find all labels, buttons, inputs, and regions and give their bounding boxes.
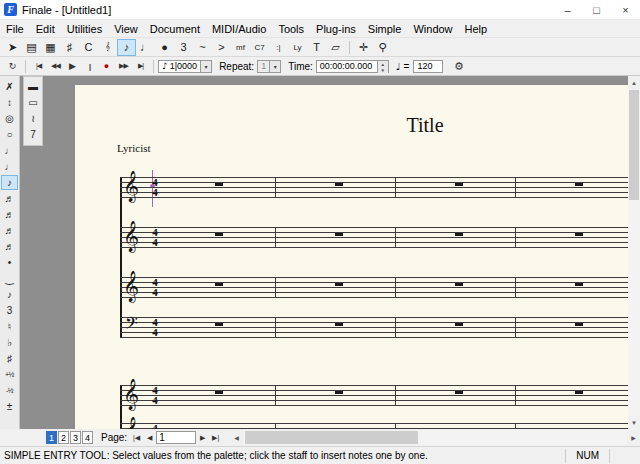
expression-tool[interactable]: mf <box>231 39 250 56</box>
prev-page-button[interactable]: ◀ <box>143 431 156 444</box>
vertical-scrollbar[interactable]: ▲ ▼ <box>628 76 640 429</box>
playback-settings-button[interactable]: ⚙ <box>450 59 467 74</box>
menu-window[interactable]: Window <box>407 22 458 36</box>
menu-simple[interactable]: Simple <box>362 22 408 36</box>
tie-tool[interactable]: ‿ <box>1 271 18 286</box>
forward-to-end-button[interactable]: ▶| <box>132 59 149 74</box>
augmentation-dot-tool[interactable]: • <box>1 255 18 270</box>
time-field[interactable]: 00:00:00.000 <box>316 60 378 73</box>
measure-tool[interactable]: ▦ <box>41 39 60 56</box>
menu-file[interactable]: File <box>0 22 30 36</box>
minimize-button[interactable]: – <box>553 0 582 19</box>
tuplet-tool[interactable]: 3 <box>174 39 193 56</box>
horizontal-scroll-track[interactable] <box>243 430 627 445</box>
speedy-entry-tool[interactable]: ♩ <box>136 39 155 56</box>
hyperscribe-tool[interactable]: ● <box>155 39 174 56</box>
hundred-twenty-eighth-note-tool[interactable]: ♬ <box>1 239 18 254</box>
key-signature-tool[interactable]: ♯ <box>60 39 79 56</box>
page-2-button[interactable]: 2 <box>58 431 69 444</box>
next-page-button[interactable]: ▶ <box>196 431 209 444</box>
forward-button[interactable]: ▶▶ <box>115 59 132 74</box>
eighth-note-tool[interactable]: ♪ <box>1 175 18 190</box>
scroll-down-button[interactable]: ▼ <box>628 416 640 429</box>
first-page-button[interactable]: |◀ <box>130 431 143 444</box>
play-button[interactable]: ▶ <box>64 59 81 74</box>
document-area[interactable]: Title Lyricist 𝄞44𝄞44𝄞44𝄢44𝄞44𝄞44 <box>20 76 628 429</box>
simple-entry-tool[interactable]: ♪ <box>117 39 136 56</box>
page-number-input[interactable] <box>156 431 196 444</box>
chord-tool[interactable]: C7 <box>250 39 269 56</box>
staff-tool[interactable]: ▤ <box>22 39 41 56</box>
hand-grabber-tool[interactable]: ✛ <box>354 39 373 56</box>
menu-edit[interactable]: Edit <box>30 22 61 36</box>
lyricist-label[interactable]: Lyricist <box>117 142 151 154</box>
tuplet-tool-palette[interactable]: 3 <box>1 303 18 318</box>
flat-tool[interactable]: ♭ <box>1 335 18 350</box>
page-layout-tool[interactable]: ▱ <box>326 39 345 56</box>
last-page-button[interactable]: ▶| <box>209 431 222 444</box>
repeat-dropdown[interactable]: ▾ <box>270 60 281 73</box>
menu-utilities[interactable]: Utilities <box>61 22 108 36</box>
repitch-tool[interactable]: ↕ <box>1 95 18 110</box>
sixty-fourth-note-tool[interactable]: ♬ <box>1 223 18 238</box>
eighth-rest-tool[interactable]: 7 <box>25 127 42 142</box>
horizontal-scroll-thumb[interactable] <box>245 431 418 444</box>
repeat-tool[interactable]: :| <box>269 39 288 56</box>
pause-button[interactable]: || <box>81 59 98 74</box>
enharmonic-tool[interactable]: ± <box>1 399 18 414</box>
menu-help[interactable]: Help <box>459 22 494 36</box>
tempo-field[interactable]: 120 <box>413 60 443 73</box>
quarter-note-tool[interactable]: ♩ <box>1 159 18 174</box>
close-button[interactable]: × <box>611 0 640 19</box>
half-note-tool[interactable]: ♩ <box>1 143 18 158</box>
quarter-rest-tool[interactable]: ≀ <box>25 111 42 126</box>
half-step-down-tool[interactable]: -½ <box>1 383 18 398</box>
counter-dropdown[interactable]: ▾ <box>201 60 212 73</box>
app-icon: F <box>4 3 17 16</box>
scroll-right-button[interactable]: ▶ <box>627 430 640 445</box>
loop-button[interactable]: ↻ <box>4 59 21 74</box>
playback-counter-field[interactable]: ♪ 1|0000 <box>158 60 201 73</box>
half-step-up-tool[interactable]: +½ <box>1 367 18 382</box>
menu-tools[interactable]: Tools <box>272 22 310 36</box>
smart-shape-tool[interactable]: ~ <box>193 39 212 56</box>
thirty-second-note-tool[interactable]: ♬ <box>1 207 18 222</box>
time-signature-tool[interactable]: C <box>79 39 98 56</box>
scroll-up-button[interactable]: ▲ <box>628 76 640 89</box>
selection-tool[interactable]: ➤ <box>3 39 22 56</box>
time-spinner[interactable]: ▴▾ <box>378 60 389 73</box>
page-4-button[interactable]: 4 <box>82 431 93 444</box>
scroll-left-button[interactable]: ◀ <box>230 430 243 445</box>
score-page[interactable]: Title Lyricist 𝄞44𝄞44𝄞44𝄢44𝄞44𝄞44 <box>75 85 628 429</box>
sharp-tool[interactable]: ♯ <box>1 351 18 366</box>
clef-tool[interactable]: 𝄞 <box>98 39 117 56</box>
menu-midi-audio[interactable]: MIDI/Audio <box>206 22 272 36</box>
page-1-button[interactable]: 1 <box>46 431 57 444</box>
playback-controls-bar: ↻|◀◀◀▶||●▶▶▶| ♪ 1|0000 ▾ Repeat: 1 ▾ Tim… <box>0 57 640 76</box>
half-rest-tool[interactable]: ▭ <box>25 95 42 110</box>
whole-note-tool[interactable]: ○ <box>1 127 18 142</box>
lyrics-tool[interactable]: Ly <box>288 39 307 56</box>
zoom-tool[interactable]: ⚲ <box>373 39 392 56</box>
rewind-to-start-button[interactable]: |◀ <box>30 59 47 74</box>
spin-down-icon[interactable]: ▾ <box>378 67 388 73</box>
maximize-button[interactable]: □ <box>582 0 611 19</box>
whole-rest-tool[interactable]: ▬ <box>25 79 42 94</box>
page-3-button[interactable]: 3 <box>70 431 81 444</box>
rewind-button[interactable]: ◀◀ <box>47 59 64 74</box>
menu-plug-ins[interactable]: Plug-ins <box>310 22 362 36</box>
natural-tool[interactable]: ♮ <box>1 319 18 334</box>
sixteenth-note-tool[interactable]: ♬ <box>1 191 18 206</box>
text-tool[interactable]: T <box>307 39 326 56</box>
barline <box>275 317 276 338</box>
menu-document[interactable]: Document <box>144 22 206 36</box>
vertical-scroll-thumb[interactable] <box>629 90 639 200</box>
menu-view[interactable]: View <box>108 22 144 36</box>
score-title[interactable]: Title <box>75 114 628 137</box>
record-button[interactable]: ● <box>98 59 115 74</box>
grace-note-tool[interactable]: ♪ <box>1 287 18 302</box>
eraser-tool[interactable]: ✗ <box>1 79 18 94</box>
horizontal-scrollbar[interactable]: ◀ ▶ <box>230 430 640 445</box>
double-whole-note-tool[interactable]: ◎ <box>1 111 18 126</box>
articulation-tool[interactable]: > <box>212 39 231 56</box>
